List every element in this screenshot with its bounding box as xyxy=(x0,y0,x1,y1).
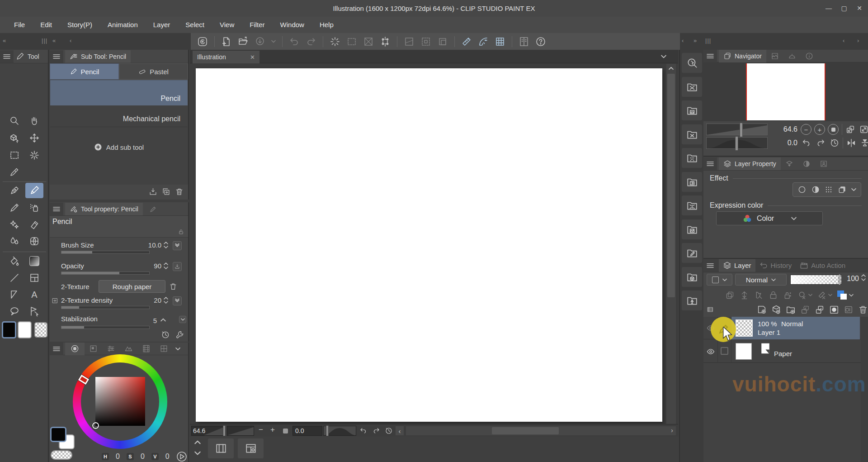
opacity-value[interactable]: 90 xyxy=(133,262,161,270)
menu-layer[interactable]: Layer xyxy=(146,17,178,33)
reset-settings-icon[interactable] xyxy=(161,330,170,339)
material-folder-edit-button[interactable] xyxy=(682,243,702,263)
material-folder-home-button[interactable] xyxy=(682,100,702,120)
tab-color-wheel[interactable] xyxy=(65,343,85,355)
horizontal-scrollbar[interactable]: › xyxy=(406,426,676,435)
tool-balloon[interactable] xyxy=(5,304,24,319)
lock-icon[interactable] xyxy=(178,229,184,235)
nav-zoom-out-icon[interactable]: − xyxy=(801,124,811,135)
tool-correct-line[interactable] xyxy=(25,304,43,319)
reset-rotation-icon[interactable] xyxy=(385,427,393,435)
transfer-to-lower-icon[interactable] xyxy=(800,305,810,314)
menu-view[interactable]: View xyxy=(212,17,242,33)
layer-opacity-handle[interactable] xyxy=(839,274,840,285)
color-transparent-swatch[interactable] xyxy=(51,450,72,460)
help-icon[interactable] xyxy=(534,35,547,48)
navigator-rotate-slider[interactable] xyxy=(706,137,768,149)
tool-pen[interactable] xyxy=(5,183,24,198)
lock-transparent-pixel-icon[interactable] xyxy=(783,291,793,300)
tab-animation-cel[interactable] xyxy=(815,157,832,170)
texture-delete-icon[interactable] xyxy=(169,282,177,291)
stabilization-value[interactable]: 5 xyxy=(133,317,157,324)
tool-liquify[interactable] xyxy=(25,233,43,249)
tab-color-history[interactable] xyxy=(137,343,155,355)
tab-information[interactable] xyxy=(801,50,818,62)
tab-tone[interactable] xyxy=(798,157,815,170)
menu-select[interactable]: Select xyxy=(178,17,212,33)
opacity-dynamics-button[interactable] xyxy=(173,262,182,271)
launcher-up-icon[interactable] xyxy=(194,440,201,444)
material-folder-effect-button[interactable] xyxy=(682,195,702,215)
scroll-right-icon[interactable]: › xyxy=(671,426,673,434)
reselect-icon[interactable] xyxy=(345,35,358,48)
launcher-settings-button[interactable] xyxy=(238,438,264,458)
tab-layer-property[interactable]: Layer Property xyxy=(719,157,781,170)
tool-eraser[interactable] xyxy=(25,217,43,233)
new-raster-layer-icon[interactable] xyxy=(757,305,767,314)
snap-to-ruler-icon[interactable] xyxy=(460,35,473,48)
close-button[interactable]: ✕ xyxy=(852,0,867,17)
clip-at-layer-below-icon[interactable] xyxy=(725,291,735,300)
palette-color-dropdown[interactable] xyxy=(707,274,732,286)
fit-to-navigator-icon[interactable] xyxy=(859,124,868,134)
dock-arrow-icon[interactable]: ‹ xyxy=(70,37,72,44)
flip-horizontal-icon[interactable] xyxy=(846,138,856,148)
rotate-right-icon[interactable] xyxy=(372,427,380,435)
layerprop-menu-icon[interactable] xyxy=(703,157,717,170)
undo-icon[interactable] xyxy=(288,35,301,48)
toolprop-panel-tab[interactable]: Tool property: Pencil xyxy=(65,203,143,215)
document-tab-illustration[interactable]: Illustration ✕ xyxy=(193,51,259,63)
density-expand-icon[interactable] xyxy=(52,298,58,304)
zoom-slider[interactable] xyxy=(227,426,254,436)
document-tab-close-icon[interactable]: ✕ xyxy=(250,54,255,61)
density-dynamics-button[interactable] xyxy=(173,296,182,305)
save-icon[interactable] xyxy=(254,35,266,48)
sv-cursor[interactable] xyxy=(92,422,99,429)
apply-mask-icon[interactable] xyxy=(844,305,854,314)
stabilization-spin-up-icon[interactable] xyxy=(160,318,166,322)
tab-auto-action[interactable]: Auto Action xyxy=(796,259,849,272)
brush-size-slider[interactable] xyxy=(61,251,150,254)
main-color-swatch[interactable] xyxy=(2,321,16,338)
color-main-swatch[interactable] xyxy=(50,427,66,442)
launcher-down-icon[interactable] xyxy=(194,451,201,455)
material-folder-pose-button[interactable] xyxy=(682,291,702,310)
toolbar-grip-right-icon[interactable]: ||| xyxy=(705,37,711,44)
import-subtool-icon[interactable] xyxy=(149,187,157,196)
subtool-item-pencil[interactable]: Pencil xyxy=(50,80,188,105)
subtool-item-mechanical-pencil[interactable]: Mechanical pencil xyxy=(50,105,188,127)
dock-expand-right-icon[interactable]: » xyxy=(693,37,697,44)
subtool-group-tab-pencil[interactable]: Pencil xyxy=(50,63,119,80)
blend-mode-dropdown[interactable]: Normal xyxy=(735,274,787,286)
effect-border-icon[interactable] xyxy=(797,185,807,194)
clear-selection-icon[interactable] xyxy=(329,35,341,48)
color-tabs-overflow-icon[interactable] xyxy=(175,347,180,351)
density-slider[interactable] xyxy=(61,306,150,309)
material-folder-color-button[interactable] xyxy=(682,124,702,144)
material-folder-3d-button[interactable] xyxy=(682,267,702,287)
workspace-arrow-left-icon[interactable]: ‹ xyxy=(843,37,845,44)
dock-collapse-left-icon[interactable]: « xyxy=(3,37,6,44)
tab-history[interactable]: History xyxy=(755,259,796,272)
navigator-menu-icon[interactable] xyxy=(703,50,717,62)
tool-blend[interactable] xyxy=(5,233,24,249)
subtool-group-tab-pastel[interactable]: Pastel xyxy=(119,63,188,80)
vertical-scrollbar[interactable] xyxy=(666,64,676,424)
sub-color-swatch[interactable] xyxy=(18,321,32,338)
merge-with-lower-icon[interactable] xyxy=(815,305,825,314)
zoom-in-icon[interactable]: + xyxy=(270,425,275,434)
flip-vertical-icon[interactable] xyxy=(860,138,868,148)
tool-figure[interactable] xyxy=(5,270,24,286)
statusbar-zoom-value[interactable]: 64.6 xyxy=(193,427,205,434)
workspace-arrow-right-icon[interactable]: › xyxy=(857,37,859,44)
navigator-rotate-handle[interactable] xyxy=(735,136,738,151)
expression-color-dropdown[interactable]: Color xyxy=(716,211,823,225)
rotation-slider[interactable] xyxy=(323,426,356,436)
vertical-scrollbar-thumb[interactable] xyxy=(667,74,675,297)
tab-item-bank[interactable] xyxy=(783,50,801,62)
tool-frame-border[interactable] xyxy=(25,270,43,286)
paper-checkbox[interactable] xyxy=(721,347,728,355)
layer-menu-icon[interactable] xyxy=(703,259,717,272)
menu-story[interactable]: Story(P) xyxy=(60,17,100,33)
maximize-button[interactable]: ▢ xyxy=(836,0,852,17)
